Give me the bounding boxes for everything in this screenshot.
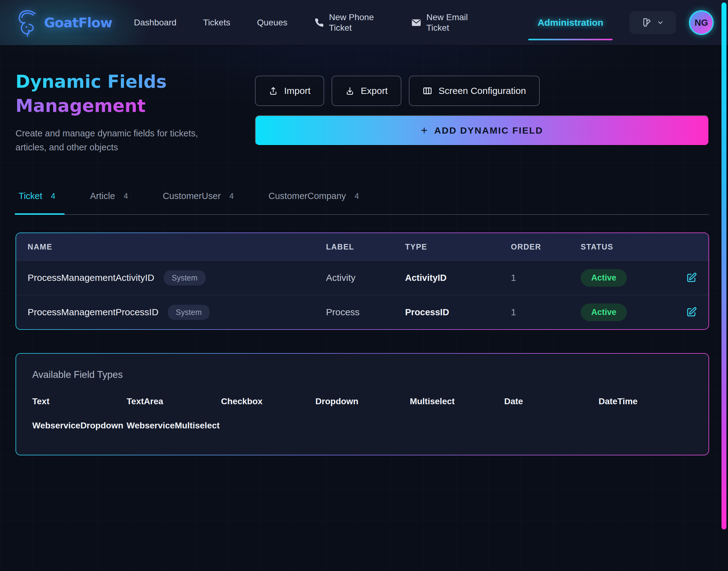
field-label: Activity [326,272,405,283]
table-row: ProcessManagementProcessID System Proces… [16,295,709,329]
field-type-item: Text [32,396,126,407]
export-button[interactable]: Export [332,76,401,106]
page-header-left: Dynamic Fields Management Create and man… [15,70,233,154]
field-type-item: Dropdown [315,396,410,407]
tab-ticket[interactable]: Ticket 4 [19,191,55,214]
avatar-initials: NG [695,18,708,28]
upload-icon [269,86,278,96]
palette-swatch-icon [641,17,652,28]
tab-ticket-count: 4 [51,192,55,201]
nav-item-new-email-ticket[interactable]: New Email Ticket [411,12,482,33]
screen-configuration-button[interactable]: Screen Configuration [409,76,540,106]
field-type: ProcessID [405,307,511,318]
dynamic-fields-page: GoatFlow Dashboard Tickets Queues New Ph… [0,0,728,571]
edit-field-button[interactable] [686,307,697,318]
user-avatar[interactable]: NG [689,10,714,35]
tab-customercompany-count: 4 [355,192,359,201]
columns-layout-icon [423,86,432,96]
secondary-actions-row: Import Export [255,76,709,106]
object-type-tabs: Ticket 4 Article 4 CustomerUser 4 Custom… [15,191,709,215]
add-dynamic-field-button[interactable]: + ADD DYNAMIC FIELD [255,115,709,146]
field-name: ProcessManagementActivityID [28,272,155,283]
status-badge: Active [581,304,627,321]
system-badge: System [164,270,206,286]
goat-logo-icon [14,7,43,38]
field-order: 1 [511,307,581,318]
vertical-scrollbar-thumb[interactable] [722,2,726,530]
field-type-item: TextArea [126,396,221,407]
field-type-item: Date [504,396,598,407]
column-header-status: STATUS [581,242,658,251]
nav-links: Dashboard Tickets Queues New Phone Ticke… [134,12,482,33]
column-header-order: ORDER [511,242,581,251]
status-badge: Active [581,269,627,287]
tab-customeruser[interactable]: CustomerUser 4 [163,191,234,214]
nav-item-administration[interactable]: Administration [536,17,605,28]
email-icon [411,17,422,28]
column-header-type: TYPE [405,242,511,251]
dynamic-fields-table: NAME LABEL TYPE ORDER STATUS ProcessMana… [15,232,709,330]
column-header-label: LABEL [326,242,405,251]
field-type-item: WebserviceMultiselect [126,421,221,431]
panel-title: Available Field Types [32,369,693,380]
field-order: 1 [511,272,581,283]
field-type-item: Checkbox [221,396,315,407]
plus-icon: + [421,124,428,137]
field-type-item: Multiselect [410,396,504,407]
available-field-types-panel: Available Field Types Text TextArea Chec… [15,353,709,455]
field-type-item: DateTime [599,396,693,407]
tab-customercompany[interactable]: CustomerCompany 4 [269,191,359,214]
tab-customeruser-count: 4 [230,192,234,201]
page-header: Dynamic Fields Management Create and man… [15,70,709,154]
nav-item-tickets[interactable]: Tickets [203,18,231,28]
edit-icon [686,272,697,283]
field-label: Process [326,307,405,318]
nav-item-queues[interactable]: Queues [257,18,287,28]
phone-icon [314,18,324,28]
system-badge: System [168,305,210,320]
brand-name: GoatFlow [44,15,112,30]
table-header-row: NAME LABEL TYPE ORDER STATUS [16,233,709,260]
page-header-actions: Import Export [255,70,709,154]
tab-article[interactable]: Article 4 [90,191,128,214]
table-row: ProcessManagementActivityID System Activ… [16,260,709,295]
page-title: Dynamic Fields Management [15,70,233,118]
top-navbar: GoatFlow Dashboard Tickets Queues New Ph… [0,0,728,45]
nav-item-dashboard[interactable]: Dashboard [134,18,177,28]
page-subtitle: Create and manage dynamic fields for tic… [15,126,198,154]
download-icon [345,86,355,96]
field-types-list: Text TextArea Checkbox Dropdown Multisel… [32,396,693,431]
nav-item-new-phone-ticket[interactable]: New Phone Ticket [314,12,384,33]
field-type-item: WebserviceDropdown [32,421,126,431]
tab-article-count: 4 [124,192,128,201]
edit-icon [686,307,697,318]
column-header-name: NAME [28,242,326,251]
field-name: ProcessManagementProcessID [28,307,159,318]
brand-logo[interactable]: GoatFlow [14,7,112,38]
import-button[interactable]: Import [255,76,324,106]
field-type: ActivityID [405,273,511,283]
main-content: Dynamic Fields Management Create and man… [0,45,728,455]
theme-switcher-button[interactable] [629,11,676,34]
chevron-down-icon [657,19,664,26]
edit-field-button[interactable] [686,272,697,283]
